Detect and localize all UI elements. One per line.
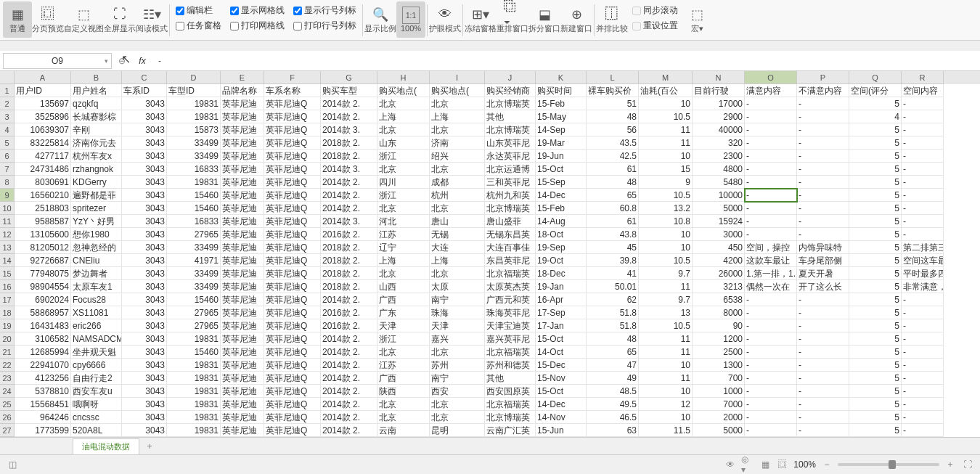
cell[interactable]: 48 — [587, 176, 639, 189]
cell[interactable]: cpy6666 — [71, 359, 122, 372]
cell[interactable]: 杭州车友x — [71, 150, 122, 163]
cell[interactable]: 苏州 — [430, 359, 485, 372]
col-header-C[interactable]: C — [122, 71, 167, 84]
cell[interactable]: - — [745, 332, 797, 346]
cell[interactable]: 2000 — [693, 411, 745, 424]
cell[interactable]: 5000 — [693, 202, 745, 215]
cell[interactable]: 320 — [693, 136, 745, 150]
cell[interactable]: 5 — [849, 424, 902, 437]
cell[interactable]: 英菲尼迪Q — [264, 411, 321, 424]
cell[interactable]: 英菲尼迪 — [221, 176, 264, 189]
cell[interactable]: 2014款 2. — [321, 424, 377, 437]
zoom-button[interactable]: 🔍显示比例 — [364, 1, 396, 38]
cell[interactable]: 浙江 — [377, 332, 430, 346]
row-header[interactable]: 10 — [0, 202, 15, 215]
zoom-100-button[interactable]: 1:1100% — [396, 1, 425, 38]
cell[interactable]: 39.8 — [587, 254, 639, 267]
cell[interactable]: 19831 — [167, 385, 221, 398]
cell[interactable]: 19831 — [167, 176, 221, 189]
cell[interactable]: 48 — [587, 110, 639, 123]
cell[interactable]: - — [902, 136, 944, 150]
cell[interactable]: 17000 — [693, 97, 745, 110]
freeze-panes-button[interactable]: ⊞▾冻结窗格 — [465, 1, 497, 38]
cell[interactable]: 43.5 — [587, 136, 639, 150]
cell[interactable]: - — [797, 424, 849, 437]
cell[interactable]: 15460 — [167, 346, 221, 359]
cell[interactable]: 6538 — [693, 293, 745, 306]
col-header-I[interactable]: I — [430, 71, 485, 84]
cell[interactable]: 9588587 — [15, 215, 71, 228]
eye-mode-button[interactable]: 👁护眼模式 — [429, 1, 461, 38]
cell[interactable]: 英菲尼迪 — [221, 424, 264, 437]
cell[interactable]: 3043 — [122, 385, 167, 398]
cell[interactable]: 英菲尼迪 — [221, 319, 264, 332]
cell[interactable]: 3043 — [122, 372, 167, 385]
row-header[interactable]: 4 — [0, 123, 15, 136]
cell[interactable]: 车系ID — [122, 84, 167, 97]
cell[interactable]: - — [745, 411, 797, 424]
cell[interactable]: 15-Dec — [536, 359, 587, 372]
cell[interactable]: - — [745, 136, 797, 150]
cell[interactable]: - — [797, 385, 849, 398]
cell[interactable]: 26000 — [693, 267, 745, 280]
cell[interactable]: 14-Nov — [536, 411, 587, 424]
cell[interactable]: 西安国原英 — [485, 385, 536, 398]
select-all-corner[interactable] — [0, 71, 15, 84]
cell[interactable]: 英菲尼迪Q — [264, 241, 321, 254]
cell[interactable]: 北京 — [377, 123, 430, 136]
cell[interactable]: 10.5 — [639, 319, 693, 332]
cell[interactable]: 19-Sep — [536, 241, 587, 254]
cell[interactable]: 2014款 2. — [321, 202, 377, 215]
cell[interactable]: 北京福瑞英 — [485, 346, 536, 359]
cell[interactable]: 南宁 — [430, 372, 485, 385]
cell[interactable]: - — [902, 189, 944, 202]
cell[interactable]: 3043 — [122, 280, 167, 293]
cell[interactable]: 3043 — [122, 189, 167, 202]
cell[interactable]: 5 — [849, 97, 902, 110]
cell[interactable]: 用户ID — [15, 84, 71, 97]
cell[interactable]: - — [797, 398, 849, 411]
cell[interactable]: 英菲尼迪 — [221, 332, 264, 346]
cell[interactable]: 83225814 — [15, 136, 71, 150]
cell[interactable]: 33499 — [167, 280, 221, 293]
cell[interactable]: 云南 — [377, 424, 430, 437]
row-header[interactable]: 1 — [0, 84, 15, 97]
cell[interactable]: 3043 — [122, 424, 167, 437]
cell[interactable]: 3043 — [122, 241, 167, 254]
cell[interactable]: 英菲尼迪Q — [264, 189, 321, 202]
cell[interactable]: 2014款 2. — [321, 398, 377, 411]
cell[interactable]: 油耗(百公 — [639, 84, 693, 97]
cell[interactable]: - — [902, 332, 944, 346]
check-gridlines[interactable]: 显示网格线 — [230, 4, 285, 17]
cell[interactable]: - — [902, 372, 944, 385]
cell[interactable]: 48.5 — [587, 385, 639, 398]
cell[interactable]: 5 — [849, 136, 902, 150]
cell[interactable]: 车系名称 — [264, 84, 321, 97]
cell[interactable]: - — [745, 359, 797, 372]
cell[interactable]: 13.2 — [639, 202, 693, 215]
cell[interactable]: - — [745, 385, 797, 398]
cell[interactable]: - — [797, 293, 849, 306]
cell[interactable]: - — [902, 424, 944, 437]
cell[interactable]: 广西 — [377, 293, 430, 306]
cell[interactable]: 10 — [639, 150, 693, 163]
cell[interactable]: 5 — [849, 280, 902, 293]
cell[interactable]: 英菲尼迪 — [221, 411, 264, 424]
cell[interactable]: 10 — [639, 411, 693, 424]
cell[interactable]: 天津 — [430, 319, 485, 332]
cell[interactable]: 江苏 — [377, 228, 430, 241]
cell[interactable]: 英菲尼迪Q — [264, 254, 321, 267]
col-header-H[interactable]: H — [377, 71, 430, 84]
eye-status-icon[interactable]: 👁 — [724, 458, 737, 471]
cell[interactable]: 13105600 — [15, 228, 71, 241]
cell[interactable]: 19831 — [167, 332, 221, 346]
cell[interactable]: 16833 — [167, 163, 221, 176]
cell[interactable]: 大连百事佳 — [485, 241, 536, 254]
row-header[interactable]: 11 — [0, 215, 15, 228]
cell[interactable]: 广西 — [377, 372, 430, 385]
cell[interactable]: 2018款 2. — [321, 150, 377, 163]
cell[interactable]: 10000 — [693, 189, 745, 202]
cell[interactable]: 450 — [693, 241, 745, 254]
cell[interactable]: 北京 — [430, 123, 485, 136]
cell[interactable]: 19-Jun — [536, 150, 587, 163]
